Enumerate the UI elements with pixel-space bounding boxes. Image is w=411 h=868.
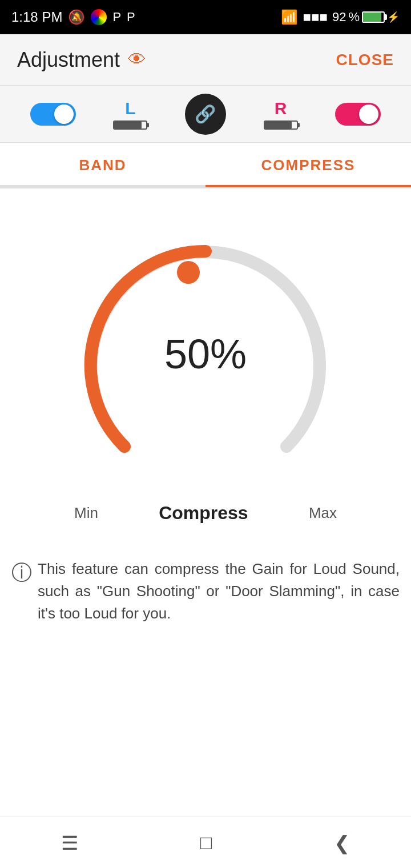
info-box: ⓘ This feature can compress the Gain for… — [11, 558, 400, 625]
p-icon-1: P — [112, 10, 121, 25]
right-battery-fill — [265, 122, 292, 128]
right-ear-letter: R — [275, 99, 287, 118]
right-ear-label: R — [264, 99, 298, 130]
left-ear-letter: L — [125, 99, 135, 118]
battery-percent: 92 — [332, 10, 346, 25]
bottom-nav: ☰ □ ❮ — [0, 817, 411, 868]
tab-band[interactable]: BAND — [0, 143, 206, 187]
page-title: Adjustment — [17, 48, 120, 72]
mute-icon: 🔕 — [68, 9, 85, 25]
battery-fill — [363, 13, 381, 22]
right-ear-battery — [264, 120, 298, 130]
tabs-row: BAND COMPRESS — [0, 143, 411, 188]
time-display: 1:18 PM — [11, 9, 62, 25]
left-toggle-knob — [54, 105, 74, 124]
charging-icon: ⚡ — [387, 11, 400, 23]
halo-icon — [91, 9, 107, 25]
eye-icon: 👁 — [128, 49, 146, 70]
status-right: 📶 ■■■ 92 % ⚡ — [281, 9, 400, 25]
header-title: Adjustment 👁 — [17, 48, 146, 72]
knob-container[interactable]: 50% — [63, 223, 348, 508]
knob-value: 50% — [164, 331, 247, 377]
signal-icon: ■■■ — [303, 9, 328, 25]
left-ear-battery — [113, 120, 147, 130]
home-icon[interactable]: □ — [200, 831, 212, 854]
left-ear-label: L — [113, 99, 147, 130]
header: Adjustment 👁 CLOSE — [0, 34, 411, 86]
back-icon[interactable]: ❮ — [334, 831, 350, 854]
battery-container: 92 % ⚡ — [332, 10, 400, 25]
info-text: This feature can compress the Gain for L… — [38, 558, 400, 625]
left-toggle[interactable] — [30, 103, 76, 126]
right-toggle-knob — [359, 105, 378, 124]
battery-percent-sign: % — [348, 10, 360, 25]
status-left: 1:18 PM 🔕 P P — [11, 9, 135, 25]
left-battery-fill — [114, 122, 142, 128]
knob-handle — [177, 261, 200, 284]
info-icon: ⓘ — [11, 559, 32, 587]
menu-icon[interactable]: ☰ — [61, 831, 78, 854]
battery-box — [362, 11, 385, 23]
close-button[interactable]: CLOSE — [336, 51, 394, 69]
tab-compress[interactable]: COMPRESS — [206, 143, 411, 187]
p-icon-2: P — [127, 10, 135, 25]
link-button[interactable]: 🔗 — [185, 94, 226, 135]
link-icon: 🔗 — [195, 104, 216, 124]
status-bar: 1:18 PM 🔕 P P 📶 ■■■ 92 % ⚡ — [0, 0, 411, 34]
main-content: 50% Min Compress Max ⓘ This feature can … — [0, 188, 411, 648]
controls-row: L 🔗 R — [0, 86, 411, 143]
bluetooth-icon: 📶 — [281, 9, 298, 25]
right-toggle[interactable] — [335, 103, 381, 126]
